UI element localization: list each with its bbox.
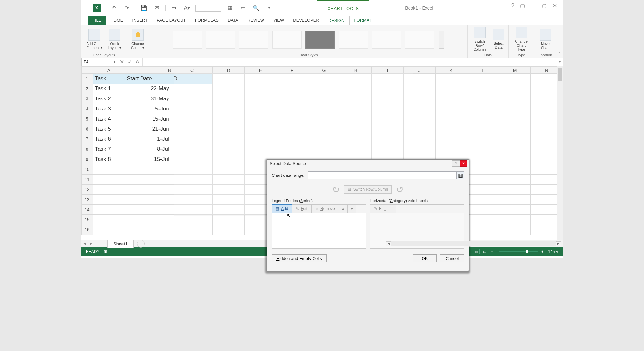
view-page-layout-icon[interactable]: ▥ <box>473 249 480 254</box>
tab-review[interactable]: REVIEW <box>243 16 269 25</box>
switch-row-column-button[interactable]: Switch Row/ Column <box>470 26 489 52</box>
cell[interactable] <box>435 84 467 94</box>
dialog-close-icon[interactable]: ✕ <box>460 160 467 167</box>
series-remove-button[interactable]: ✕Remove <box>312 205 339 213</box>
sheet-nav-prev-icon[interactable]: ◄ <box>81 241 88 246</box>
cell[interactable] <box>213 215 245 225</box>
enter-formula-icon[interactable]: ✓ <box>128 59 132 65</box>
cell[interactable] <box>93 205 125 215</box>
axis-edit-button[interactable]: ✎Edit <box>370 205 396 213</box>
qat-more-icon[interactable]: ▾ <box>265 4 273 12</box>
cell[interactable]: Task 6 <box>93 134 125 144</box>
cell[interactable] <box>467 185 499 195</box>
tab-formulas[interactable]: FORMULAS <box>191 16 223 25</box>
cell[interactable] <box>499 94 531 104</box>
change-colors-button[interactable]: Change Colors ▾ <box>130 28 146 50</box>
select-all-corner[interactable] <box>82 67 93 74</box>
gallery-scroll[interactable] <box>439 31 444 49</box>
undo-icon[interactable]: ↶ <box>110 4 117 12</box>
tab-developer[interactable]: DEVELOPER <box>288 16 323 25</box>
worksheet-grid[interactable]: ABCDEFGHIJKLMN 1TaskStart DateD2Task 122… <box>81 66 563 240</box>
view-page-break-icon[interactable]: ▤ <box>481 249 488 254</box>
tab-data[interactable]: DATA <box>223 16 243 25</box>
cell[interactable] <box>435 144 467 154</box>
row-header[interactable]: 2 <box>82 84 93 94</box>
cell[interactable] <box>467 215 499 225</box>
zoom-slider[interactable] <box>499 251 538 252</box>
cell[interactable] <box>499 154 531 164</box>
zoom-level[interactable]: 145% <box>548 249 558 254</box>
tab-format[interactable]: FORMAT <box>350 16 376 25</box>
sheet-nav-next-icon[interactable]: ► <box>88 241 94 246</box>
row-header[interactable]: 9 <box>82 154 93 164</box>
add-chart-element-button[interactable]: Add Chart Element ▾ <box>85 28 104 50</box>
cell[interactable] <box>213 225 245 235</box>
column-header[interactable]: B <box>125 67 171 74</box>
cell[interactable] <box>499 124 531 134</box>
save-icon[interactable]: 💾 <box>140 4 148 12</box>
series-move-up-button[interactable]: ▲ <box>339 205 348 213</box>
row-header[interactable]: 4 <box>82 104 93 114</box>
cell[interactable] <box>125 164 171 175</box>
cell[interactable] <box>435 104 467 114</box>
horizontal-scrollbar[interactable]: ◄ ► <box>386 241 561 246</box>
cell[interactable] <box>499 164 531 175</box>
cell[interactable] <box>171 215 212 225</box>
cell[interactable] <box>467 164 499 175</box>
cell[interactable] <box>467 134 499 144</box>
print-preview-icon[interactable]: 🔍 <box>252 4 260 12</box>
font-combobox[interactable] <box>195 5 221 12</box>
chart-data-range-input[interactable] <box>308 171 457 179</box>
cell[interactable] <box>125 175 171 185</box>
vertical-scrollbar[interactable] <box>557 66 563 240</box>
close-icon[interactable]: ✕ <box>553 3 557 9</box>
column-header[interactable]: L <box>467 67 499 74</box>
switch-row-column-dialog-button[interactable]: ▦ Switch Row/Column <box>344 185 392 194</box>
row-header[interactable]: 12 <box>82 185 93 195</box>
cell[interactable] <box>499 215 531 225</box>
series-move-down-button[interactable]: ▼ <box>348 205 356 213</box>
cell[interactable] <box>467 124 499 134</box>
fx-icon[interactable]: fx <box>136 59 139 64</box>
cell[interactable] <box>499 104 531 114</box>
sheet-tab-sheet1[interactable]: Sheet1 <box>107 240 134 248</box>
column-header[interactable]: M <box>499 67 531 74</box>
column-header[interactable]: A <box>93 67 125 74</box>
change-chart-type-button[interactable]: Change Chart Type <box>511 26 531 52</box>
cell[interactable] <box>125 205 171 215</box>
macro-record-icon[interactable]: ▣ <box>104 249 107 254</box>
cell[interactable] <box>93 215 125 225</box>
cell[interactable] <box>467 84 499 94</box>
row-header[interactable]: 13 <box>82 195 93 205</box>
cell[interactable] <box>93 175 125 185</box>
cell[interactable] <box>499 195 531 205</box>
move-chart-button[interactable]: Move Chart <box>538 28 553 50</box>
ribbon-display-icon[interactable]: ▢ <box>520 3 525 9</box>
cell[interactable]: Task 2 <box>93 94 125 104</box>
tab-page-layout[interactable]: PAGE LAYOUT <box>152 16 191 25</box>
row-header[interactable]: 7 <box>82 134 93 144</box>
row-header[interactable]: 8 <box>82 144 93 154</box>
cell[interactable]: Task 1 <box>93 84 125 94</box>
cell[interactable] <box>467 144 499 154</box>
cell[interactable] <box>435 94 467 104</box>
hidden-empty-cells-button[interactable]: Hidden and Empty Cells <box>272 254 327 262</box>
formula-expand-icon[interactable]: ▾ <box>557 58 563 66</box>
formula-input[interactable] <box>143 58 557 66</box>
zoom-in-icon[interactable]: + <box>541 249 543 254</box>
select-data-button[interactable]: Select Data <box>491 28 506 50</box>
quick-layout-button[interactable]: Quick Layout ▾ <box>106 28 123 50</box>
row-header[interactable]: 11 <box>82 175 93 185</box>
tab-design[interactable]: DESIGN <box>324 16 350 25</box>
tab-file[interactable]: FILE <box>88 16 106 25</box>
cancel-formula-icon[interactable]: ✕ <box>120 59 124 65</box>
cell[interactable]: 15-Jun <box>125 114 171 124</box>
cancel-button[interactable]: Cancel <box>440 254 464 262</box>
range-picker-icon[interactable]: ▦ <box>456 171 464 179</box>
hscroll-right-icon[interactable]: ► <box>556 241 561 246</box>
series-list[interactable] <box>272 213 366 249</box>
cell[interactable] <box>499 175 531 185</box>
cell[interactable] <box>93 225 125 235</box>
tab-home[interactable]: HOME <box>106 16 127 25</box>
cell[interactable] <box>125 225 171 235</box>
